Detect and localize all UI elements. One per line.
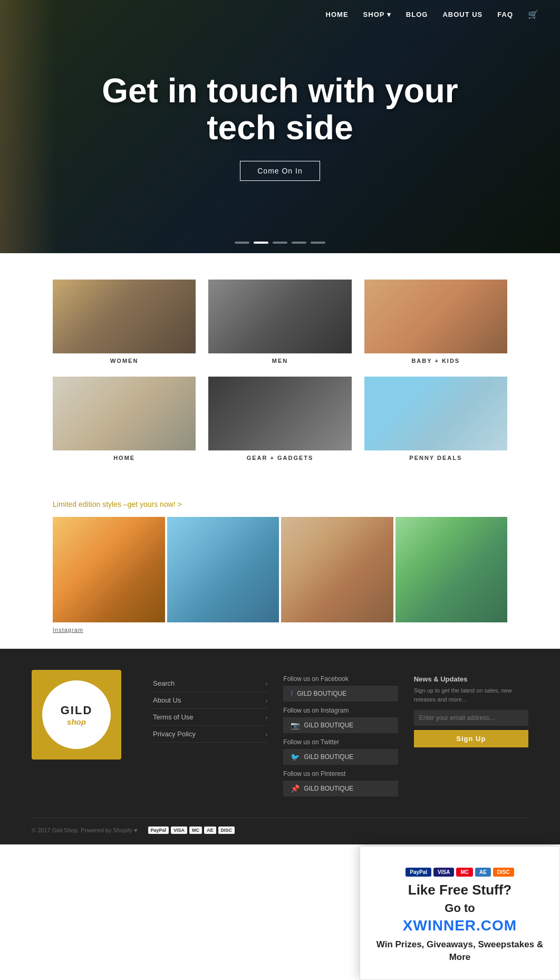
chevron-right-icon: › <box>266 697 268 704</box>
category-men-image <box>208 280 351 353</box>
logo-brand: GILD <box>61 704 93 717</box>
category-gear-label: GEAR + GADGETS <box>247 455 314 461</box>
social-instagram-label: Follow us on Instagram <box>283 707 398 714</box>
chevron-right-icon: › <box>266 680 268 687</box>
instagram-image-3[interactable] <box>281 517 393 622</box>
payment-icons: PayPal VISA MC AE DISC <box>148 827 235 834</box>
category-men[interactable]: MEN <box>208 280 351 364</box>
social-facebook-text: GILD BOUTIQUE <box>297 690 346 697</box>
footer-social: Follow us on Facebook f GILD BOUTIQUE Fo… <box>283 670 398 802</box>
category-penny[interactable]: PENNY DEALS <box>364 377 507 461</box>
nav-faq[interactable]: FAQ <box>497 11 513 18</box>
newsletter-title: News & Updates <box>414 675 528 683</box>
social-pinterest-label: Follow us on Pinterest <box>283 770 398 777</box>
instagram-link[interactable]: Instagram <box>53 627 507 633</box>
social-facebook-button[interactable]: f GILD BOUTIQUE <box>283 686 398 702</box>
category-women-image <box>53 280 196 353</box>
hero-dot-1[interactable] <box>235 242 249 244</box>
hero-dots <box>235 242 325 244</box>
social-pinterest-button[interactable]: 📌 GILD BOUTIQUE <box>283 781 398 796</box>
category-penny-image <box>364 377 507 450</box>
hero-title: Get in touch with your tech side <box>95 72 465 147</box>
hero-dot-3[interactable] <box>273 242 287 244</box>
hero-cta-button[interactable]: Come On In <box>240 161 320 181</box>
footer-newsletter: News & Updates Sign up to get the latest… <box>414 670 528 802</box>
category-baby-label: BABY + KIDS <box>411 358 460 364</box>
mastercard-icon: MC <box>189 827 202 834</box>
footer-logo-area: GILD shop <box>32 670 137 802</box>
instagram-icon: 📷 <box>291 721 300 729</box>
footer-nav-privacy[interactable]: Privacy Policy › <box>153 726 267 743</box>
copyright-text: © 2017 Gild Shop. Powered by Shopify ♥ <box>32 827 138 833</box>
chevron-right-icon: › <box>266 714 268 720</box>
pinterest-icon: 📌 <box>291 784 300 793</box>
facebook-icon: f <box>291 689 293 698</box>
social-twitter-button[interactable]: 🐦 GILD BOUTIQUE <box>283 749 398 765</box>
navigation: HOME SHOP ▾ BLOG ABOUT US FAQ 🛒 <box>0 0 560 29</box>
chevron-right-icon: › <box>266 731 268 737</box>
logo-sub: shop <box>67 717 86 726</box>
limited-edition-section: Limited edition styles –get yours now! >… <box>0 489 560 649</box>
nav-about[interactable]: ABOUT US <box>442 11 482 18</box>
paypal-icon: PayPal <box>148 827 169 834</box>
limited-edition-title[interactable]: Limited edition styles –get yours now! > <box>53 500 507 508</box>
instagram-image-4[interactable] <box>395 517 508 622</box>
footer-logo-box: GILD shop <box>32 670 121 760</box>
hero-dot-2[interactable] <box>254 242 268 244</box>
footer-nav: Search › About Us › Terms of Use › Priva… <box>153 670 267 802</box>
category-home-image <box>53 377 196 450</box>
newsletter-desc: Sign up to get the latest on sales, new … <box>414 686 528 704</box>
category-penny-label: PENNY DEALS <box>409 455 462 461</box>
category-grid-row2: HOME GEAR + GADGETS PENNY DEALS <box>53 377 507 461</box>
category-women[interactable]: WOMEN <box>53 280 196 364</box>
hero-section: Get in touch with your tech side Come On… <box>0 0 560 253</box>
hero-dot-4[interactable] <box>292 242 306 244</box>
nav-shop[interactable]: SHOP ▾ <box>363 11 391 18</box>
instagram-grid <box>53 517 507 622</box>
footer-nav-terms[interactable]: Terms of Use › <box>153 709 267 726</box>
nav-cart[interactable]: 🛒 <box>528 9 539 20</box>
category-gear-image <box>208 377 351 450</box>
instagram-image-1[interactable] <box>53 517 165 622</box>
amex-icon: AE <box>204 827 216 834</box>
category-women-label: WOMEN <box>110 358 138 364</box>
discover-icon: DISC <box>218 827 235 834</box>
footer: GILD shop Search › About Us › Terms of U… <box>0 649 560 844</box>
social-pinterest-text: GILD BOUTIQUE <box>304 785 353 792</box>
hero-content: Get in touch with your tech side Come On… <box>95 72 465 181</box>
category-men-label: MEN <box>272 358 288 364</box>
footer-bottom: © 2017 Gild Shop. Powered by Shopify ♥ P… <box>32 818 528 834</box>
footer-inner: GILD shop Search › About Us › Terms of U… <box>32 670 528 802</box>
newsletter-signup-button[interactable]: Sign Up <box>414 730 528 747</box>
hero-dot-5[interactable] <box>311 242 325 244</box>
instagram-image-2[interactable] <box>167 517 279 622</box>
logo-circle: GILD shop <box>42 680 111 749</box>
social-twitter-text: GILD BOUTIQUE <box>304 753 353 761</box>
social-instagram-button[interactable]: 📷 GILD BOUTIQUE <box>283 717 398 733</box>
visa-icon: VISA <box>171 827 187 834</box>
categories-section: WOMEN MEN BABY + KIDS HOME GEAR + GADGET… <box>0 253 560 489</box>
category-home[interactable]: HOME <box>53 377 196 461</box>
social-instagram-text: GILD BOUTIQUE <box>304 722 353 729</box>
category-baby-image <box>364 280 507 353</box>
nav-home[interactable]: HOME <box>326 11 349 18</box>
social-facebook-label: Follow us on Facebook <box>283 675 398 683</box>
category-grid-row1: WOMEN MEN BABY + KIDS <box>53 280 507 364</box>
nav-blog[interactable]: BLOG <box>406 11 428 18</box>
twitter-icon: 🐦 <box>291 753 300 761</box>
category-gear[interactable]: GEAR + GADGETS <box>208 377 351 461</box>
newsletter-email-input[interactable] <box>414 710 528 726</box>
category-baby[interactable]: BABY + KIDS <box>364 280 507 364</box>
footer-nav-search[interactable]: Search › <box>153 675 267 692</box>
social-twitter-label: Follow us on Twitter <box>283 738 398 746</box>
category-home-label: HOME <box>113 455 135 461</box>
footer-nav-about[interactable]: About Us › <box>153 692 267 709</box>
